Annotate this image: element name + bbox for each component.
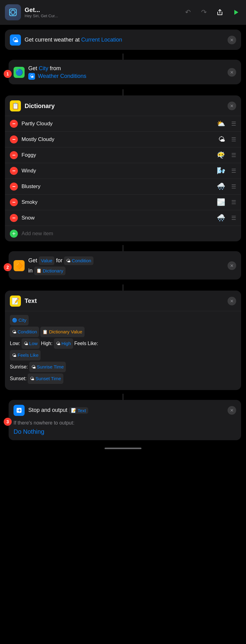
step3-badge: 3 — [4, 418, 12, 426]
dict-item-minus-0[interactable]: − — [10, 120, 18, 128]
dict-item-drag-6[interactable]: ☰ — [231, 215, 236, 221]
text-content: 🔵 City 🌤 Condition 📋 Dictionary Value Lo… — [5, 311, 241, 390]
dict-item-minus-3[interactable]: − — [10, 167, 18, 175]
weather-source-icon: 🌤 — [28, 73, 35, 80]
dict-item-0: − Partly Cloudy ⛅ ☰ — [5, 116, 241, 131]
dict-item-4: − Blustery 🌨️ ☰ — [5, 179, 241, 194]
sunrise-pill[interactable]: 🌤 Sunrise Time — [29, 362, 66, 372]
step2-wrapper: 2 🔶 Get Value for 🌤 Condition — [5, 251, 241, 283]
dict-item-minus-2[interactable]: − — [10, 151, 18, 159]
dict-item-drag-0[interactable]: ☰ — [231, 120, 236, 127]
get-city-header: 🔵 Get City from 🌤 Weather Conditions ✕ — [9, 60, 241, 84]
get-value-icon: 🔶 — [14, 260, 25, 271]
svg-rect-1 — [11, 10, 15, 14]
feels-like-label: Feels Like: — [74, 339, 98, 348]
get-city-close[interactable]: ✕ — [228, 68, 236, 77]
text-line-1: 🔵 City — [10, 315, 236, 325]
dict-item-minus-1[interactable]: − — [10, 135, 18, 143]
text-card: 📝 Text ✕ 🔵 City 🌤 Condition 📋 Dic — [5, 291, 241, 390]
get-value-text: Get Value for 🌤 Condition in 📋 — [28, 256, 93, 275]
high-pill[interactable]: 🌤 High — [54, 338, 73, 349]
connector-4 — [123, 284, 123, 291]
dict-add-button[interactable]: + — [10, 230, 18, 238]
city-pill[interactable]: 🔵 City — [10, 315, 29, 325]
text-condition-pill[interactable]: 🌤 Condition — [10, 327, 39, 337]
dict-item-minus-6[interactable]: − — [10, 214, 18, 222]
text-dict-value-pill[interactable]: 📋 Dictionary Value — [40, 327, 84, 337]
text-close[interactable]: ✕ — [228, 297, 236, 305]
get-city-source[interactable]: Weather Conditions — [38, 73, 86, 79]
get-weather-close[interactable]: ✕ — [228, 36, 236, 44]
stop-output-close[interactable]: ✕ — [228, 406, 236, 415]
dict-item-drag-1[interactable]: ☰ — [231, 136, 236, 143]
dict-item-label-6: Snow — [22, 215, 213, 221]
get-city-field[interactable]: City — [39, 65, 48, 71]
sunset-label: Sunset: — [10, 374, 26, 384]
get-weather-location[interactable]: Current Location — [81, 37, 122, 43]
text-card-header: 📝 Text ✕ — [5, 291, 241, 311]
dict-item-drag-2[interactable]: ☰ — [231, 152, 236, 159]
dict-item-3: − Windy 🌬️ ☰ — [5, 163, 241, 179]
dict-item-drag-5[interactable]: ☰ — [231, 199, 236, 206]
get-weather-card: 🌤 Get current weather at Current Locatio… — [5, 30, 241, 50]
dictionary-close[interactable]: ✕ — [228, 102, 236, 110]
dict-item-emoji-4: 🌨️ — [217, 183, 225, 191]
sunrise-label: Sunrise: — [10, 362, 28, 372]
sunset-pill[interactable]: 🌤 Sunset Time — [28, 373, 63, 384]
play-button[interactable] — [231, 7, 241, 18]
dict-add-row[interactable]: + Add new item — [5, 226, 241, 241]
text-title: Text — [25, 297, 37, 304]
dict-item-drag-4[interactable]: ☰ — [231, 183, 236, 190]
dictionary-icon: 📋 — [10, 100, 21, 111]
stop-output-card: Stop and output 📝 Text ✕ If there's nowh… — [9, 400, 241, 440]
high-label: High: — [41, 339, 52, 348]
step3-wrapper: 3 Stop and output 📝 Text ✕ — [5, 400, 241, 444]
scroll-indicator — [105, 448, 141, 449]
step1-wrapper: 1 🔵 Get City from 🌤 Weather Conditions ✕ — [5, 60, 241, 88]
dict-item-drag-3[interactable]: ☰ — [231, 167, 236, 174]
stop-text-pill[interactable]: 📝 Text — [69, 407, 88, 414]
connector-5 — [123, 394, 123, 400]
get-city-icon: 🔵 — [14, 67, 25, 78]
get-value-card: 🔶 Get Value for 🌤 Condition — [9, 251, 241, 280]
text-line-3: Low: 🌤 Low High: 🌤 High Feels Like: — [10, 338, 236, 349]
stop-output-header: Stop and output 📝 Text ✕ — [9, 400, 241, 420]
dict-item-label-4: Blustery — [22, 183, 213, 190]
stop-output-text: Stop and output 📝 Text — [28, 407, 88, 414]
get-weather-text: Get current weather at Current Location — [25, 36, 122, 44]
dict-item-label-2: Foggy — [22, 152, 213, 158]
header-title-block: Get... Hey Siri, Get Cur... — [25, 6, 183, 18]
dictionary-pill[interactable]: 📋 Dictionary — [34, 267, 65, 275]
get-value-close[interactable]: ✕ — [228, 261, 236, 270]
connector-2 — [123, 89, 123, 95]
value-pill[interactable]: Value — [39, 256, 54, 265]
condition-pill[interactable]: 🌤 Condition — [64, 256, 93, 265]
share-button[interactable] — [215, 7, 225, 18]
dict-item-emoji-5: 🌫️ — [217, 198, 225, 206]
low-label: Low: — [10, 339, 20, 348]
feels-like-pill[interactable]: 🌤 Feels Like — [10, 350, 41, 360]
weather-icon: 🌤 — [10, 34, 21, 46]
step1-badge: 1 — [4, 70, 12, 78]
dict-item-minus-4[interactable]: − — [10, 183, 18, 191]
low-pill[interactable]: 🌤 Low — [22, 338, 40, 349]
get-weather-header: 🌤 Get current weather at Current Locatio… — [5, 30, 241, 50]
do-nothing-text[interactable]: Do Nothing — [9, 427, 241, 440]
text-line-4: 🌤 Feels Like — [10, 350, 236, 360]
dict-item-emoji-6: 🌨️ — [217, 214, 225, 222]
dictionary-title: Dictionary — [25, 103, 55, 110]
connector-1 — [123, 54, 123, 60]
back-button[interactable]: ↶ — [183, 7, 193, 18]
get-city-card: 🔵 Get City from 🌤 Weather Conditions ✕ — [9, 60, 241, 84]
dict-item-1: − Mostly Cloudy 🌤 ☰ — [5, 131, 241, 147]
dict-item-label-5: Smoky — [22, 199, 213, 205]
main-content: 🌤 Get current weather at Current Locatio… — [0, 25, 246, 454]
dict-add-label: Add new item — [22, 231, 53, 237]
forward-button[interactable]: ↷ — [199, 7, 209, 18]
dict-item-emoji-1: 🌤 — [218, 135, 225, 143]
dict-item-minus-5[interactable]: − — [10, 198, 18, 206]
get-weather-label: Get current weather at — [25, 37, 80, 43]
header-title: Get... — [25, 6, 183, 14]
text-icon: 📝 — [10, 296, 21, 307]
dict-item-label-0: Partly Cloudy — [22, 121, 213, 127]
